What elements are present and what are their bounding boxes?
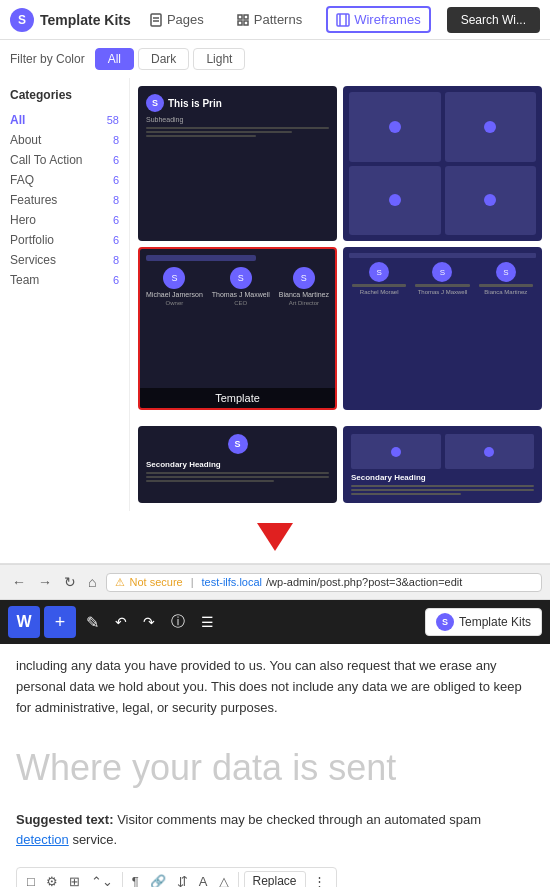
team4-title bbox=[349, 253, 536, 258]
sidebar-item-about[interactable]: About 8 bbox=[10, 130, 119, 150]
filter-light[interactable]: Light bbox=[193, 48, 245, 70]
cat-all-name: All bbox=[10, 113, 25, 127]
member-1-name: Michael Jamerson bbox=[146, 291, 203, 298]
hero-line-1 bbox=[146, 127, 329, 129]
template-kits-button[interactable]: S Template Kits bbox=[425, 608, 542, 636]
filter-all[interactable]: All bbox=[95, 48, 134, 70]
sec-b-line-1 bbox=[351, 485, 534, 487]
back-button[interactable]: ← bbox=[8, 572, 30, 592]
nav-patterns[interactable]: Patterns bbox=[228, 8, 310, 31]
sidebar-item-features[interactable]: Features 8 bbox=[10, 190, 119, 210]
nav-pages[interactable]: Pages bbox=[141, 8, 212, 31]
template-card-wireframe[interactable] bbox=[343, 86, 542, 241]
sidebar-spacer bbox=[0, 418, 130, 511]
cat-cta-name: Call To Action bbox=[10, 153, 83, 167]
sidebar-item-hero[interactable]: Hero 6 bbox=[10, 210, 119, 230]
undo-button[interactable]: ↶ bbox=[109, 610, 133, 634]
team-card-header bbox=[146, 255, 329, 261]
template-overlay-label: Template bbox=[140, 388, 335, 408]
url-separator: | bbox=[191, 576, 194, 588]
tm4-3-name bbox=[479, 284, 533, 287]
filter-row: Filter by Color All Dark Light bbox=[0, 40, 550, 78]
img-link-btn[interactable]: 🔗 bbox=[146, 872, 170, 887]
tm4-2-role: Thomas J Maxwell bbox=[418, 289, 468, 295]
edit-tool-button[interactable]: ✎ bbox=[80, 609, 105, 636]
member-3-name: Bianca Martinez bbox=[279, 291, 329, 298]
search-button[interactable]: Search Wi... bbox=[447, 7, 540, 33]
more-options-button[interactable]: ⋮ bbox=[309, 872, 330, 887]
sidebar-item-portfolio[interactable]: Portfolio 6 bbox=[10, 230, 119, 250]
cat-hero-count: 6 bbox=[113, 214, 119, 226]
wp-logo-button[interactable]: W bbox=[8, 606, 40, 638]
filter-label: Filter by Color bbox=[10, 52, 85, 66]
template-card-secondary[interactable]: S Secondary Heading bbox=[138, 426, 337, 503]
app-logo: S Template Kits bbox=[10, 8, 131, 32]
list-view-button[interactable]: ☰ bbox=[195, 610, 220, 634]
template-card-team-selected[interactable]: S Michael Jamerson Owner S Thomas J Maxw… bbox=[138, 247, 337, 410]
info-button[interactable]: ⓘ bbox=[165, 609, 191, 635]
sidebar: Categories All 58 About 8 Call To Action… bbox=[0, 78, 130, 418]
reload-button[interactable]: ↻ bbox=[60, 572, 80, 592]
forward-button[interactable]: → bbox=[34, 572, 56, 592]
redo-button[interactable]: ↷ bbox=[137, 610, 161, 634]
template-card-secondary-b[interactable]: Secondary Heading bbox=[343, 426, 542, 503]
template-card-team-4col[interactable]: S Rachel Morael S Thomas J Maxwell S Bia… bbox=[343, 247, 542, 410]
wf-cell-4 bbox=[445, 166, 537, 236]
tm4-2: S Thomas J Maxwell bbox=[412, 262, 472, 295]
wf-icon-4 bbox=[484, 194, 496, 206]
sidebar-item-cta[interactable]: Call To Action 6 bbox=[10, 150, 119, 170]
sec-line-2 bbox=[146, 476, 329, 478]
cat-all-count: 58 bbox=[107, 114, 119, 126]
sidebar-item-team[interactable]: Team 6 bbox=[10, 270, 119, 290]
grid-icon bbox=[236, 13, 250, 27]
app-name: Template Kits bbox=[40, 12, 131, 28]
sidebar-item-services[interactable]: Services 8 bbox=[10, 250, 119, 270]
address-input[interactable]: ⚠ Not secure | test-ilfs.local /wp-admin… bbox=[106, 573, 542, 592]
not-secure-text: Not secure bbox=[129, 576, 182, 588]
tm4-3-avatar: S bbox=[496, 262, 516, 282]
img-insert-btn[interactable]: ⚙ bbox=[42, 872, 62, 887]
hero-line-3 bbox=[146, 135, 256, 137]
hero-subheading: Subheading bbox=[146, 116, 329, 123]
template-card-hero[interactable]: S This is Prin Subheading bbox=[138, 86, 337, 241]
home-button[interactable]: ⌂ bbox=[84, 572, 100, 592]
suggested-label: Suggested text: bbox=[16, 812, 114, 827]
nav-wireframes-label: Wireframes bbox=[354, 12, 420, 27]
img-crop-btn[interactable]: ⇵ bbox=[173, 872, 192, 887]
suggested-suffix: service. bbox=[69, 832, 117, 847]
nav-wireframes[interactable]: Wireframes bbox=[326, 6, 430, 33]
wf-cell-2 bbox=[445, 92, 537, 162]
filter-dark[interactable]: Dark bbox=[138, 48, 189, 70]
img-warn-btn[interactable]: △ bbox=[215, 872, 233, 887]
nav-patterns-label: Patterns bbox=[254, 12, 302, 27]
cat-team-name: Team bbox=[10, 273, 39, 287]
sec-b-icon-2 bbox=[484, 447, 494, 457]
img-alt-btn[interactable]: A bbox=[195, 872, 212, 887]
cat-about-count: 8 bbox=[113, 134, 119, 146]
img-arrow-btn[interactable]: ⌃⌄ bbox=[87, 872, 117, 887]
add-block-button[interactable]: + bbox=[44, 606, 76, 638]
img-grid-btn[interactable]: ⊞ bbox=[65, 872, 84, 887]
team-member-2: S Thomas J Maxwell CEO bbox=[212, 267, 270, 306]
content-area: including any data you have provided to … bbox=[0, 644, 550, 730]
sec-b-line-3 bbox=[351, 493, 461, 495]
second-row: S Secondary Heading bbox=[0, 418, 550, 511]
member-3-role: Art Director bbox=[289, 300, 319, 306]
replace-button[interactable]: Replace bbox=[244, 871, 306, 887]
arrow-section bbox=[0, 511, 550, 563]
sidebar-item-faq[interactable]: FAQ 6 bbox=[10, 170, 119, 190]
member-1-avatar: S bbox=[163, 267, 185, 289]
cat-portfolio-count: 6 bbox=[113, 234, 119, 246]
detection-link[interactable]: detection bbox=[16, 832, 69, 847]
tm4-3: S Bianca Martinez bbox=[476, 262, 536, 295]
image-toolbar: □ ⚙ ⊞ ⌃⌄ ¶ 🔗 ⇵ A △ Replace ⋮ bbox=[16, 867, 337, 887]
img-para-btn[interactable]: ¶ bbox=[128, 872, 143, 887]
img-align-btn[interactable]: □ bbox=[23, 872, 39, 887]
secondary-lines bbox=[146, 472, 329, 482]
member-2-name: Thomas J Maxwell bbox=[212, 291, 270, 298]
team-member-1: S Michael Jamerson Owner bbox=[146, 267, 203, 306]
sidebar-item-all[interactable]: All 58 bbox=[10, 110, 119, 130]
cat-features-count: 8 bbox=[113, 194, 119, 206]
header-bar: S Template Kits Pages Patterns Wireframe… bbox=[0, 0, 550, 40]
tk-icon: S bbox=[436, 613, 454, 631]
